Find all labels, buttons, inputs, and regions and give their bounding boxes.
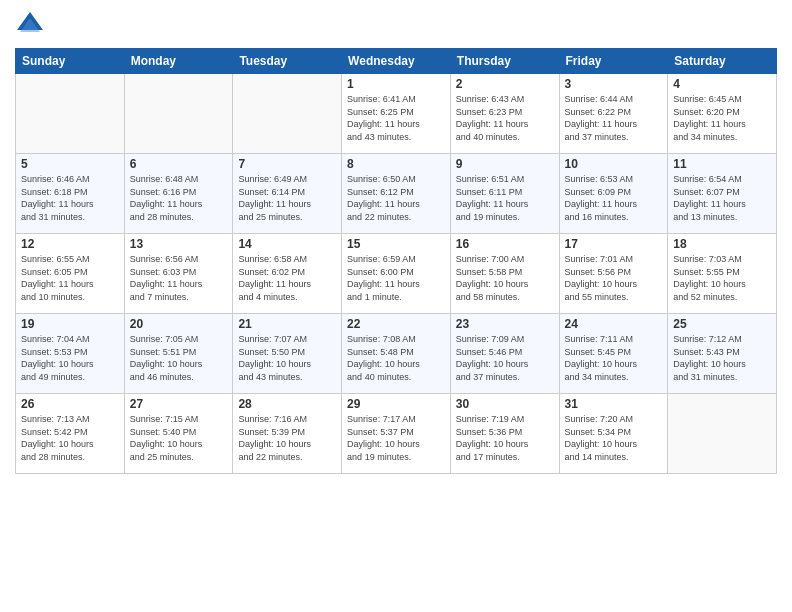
calendar-week-3: 12Sunrise: 6:55 AM Sunset: 6:05 PM Dayli…: [16, 234, 777, 314]
day-info: Sunrise: 6:43 AM Sunset: 6:23 PM Dayligh…: [456, 93, 554, 143]
day-number: 31: [565, 397, 663, 411]
day-number: 11: [673, 157, 771, 171]
day-number: 16: [456, 237, 554, 251]
day-number: 9: [456, 157, 554, 171]
day-number: 20: [130, 317, 228, 331]
logo: [15, 10, 49, 40]
day-info: Sunrise: 7:00 AM Sunset: 5:58 PM Dayligh…: [456, 253, 554, 303]
calendar-cell: 21Sunrise: 7:07 AM Sunset: 5:50 PM Dayli…: [233, 314, 342, 394]
day-header-tuesday: Tuesday: [233, 49, 342, 74]
calendar-cell: 16Sunrise: 7:00 AM Sunset: 5:58 PM Dayli…: [450, 234, 559, 314]
calendar-cell: [124, 74, 233, 154]
calendar-cell: 24Sunrise: 7:11 AM Sunset: 5:45 PM Dayli…: [559, 314, 668, 394]
logo-icon: [15, 10, 45, 40]
day-header-sunday: Sunday: [16, 49, 125, 74]
day-number: 7: [238, 157, 336, 171]
day-info: Sunrise: 6:44 AM Sunset: 6:22 PM Dayligh…: [565, 93, 663, 143]
day-number: 25: [673, 317, 771, 331]
calendar-cell: 25Sunrise: 7:12 AM Sunset: 5:43 PM Dayli…: [668, 314, 777, 394]
calendar-cell: 19Sunrise: 7:04 AM Sunset: 5:53 PM Dayli…: [16, 314, 125, 394]
day-info: Sunrise: 6:51 AM Sunset: 6:11 PM Dayligh…: [456, 173, 554, 223]
calendar-cell: 27Sunrise: 7:15 AM Sunset: 5:40 PM Dayli…: [124, 394, 233, 474]
day-number: 13: [130, 237, 228, 251]
day-info: Sunrise: 6:58 AM Sunset: 6:02 PM Dayligh…: [238, 253, 336, 303]
calendar-header-row: SundayMondayTuesdayWednesdayThursdayFrid…: [16, 49, 777, 74]
day-info: Sunrise: 6:41 AM Sunset: 6:25 PM Dayligh…: [347, 93, 445, 143]
calendar-cell: 5Sunrise: 6:46 AM Sunset: 6:18 PM Daylig…: [16, 154, 125, 234]
day-info: Sunrise: 7:13 AM Sunset: 5:42 PM Dayligh…: [21, 413, 119, 463]
calendar-cell: [668, 394, 777, 474]
day-info: Sunrise: 6:50 AM Sunset: 6:12 PM Dayligh…: [347, 173, 445, 223]
day-info: Sunrise: 7:11 AM Sunset: 5:45 PM Dayligh…: [565, 333, 663, 383]
calendar-cell: 28Sunrise: 7:16 AM Sunset: 5:39 PM Dayli…: [233, 394, 342, 474]
day-number: 3: [565, 77, 663, 91]
calendar-cell: 15Sunrise: 6:59 AM Sunset: 6:00 PM Dayli…: [342, 234, 451, 314]
day-number: 6: [130, 157, 228, 171]
day-number: 14: [238, 237, 336, 251]
calendar-cell: 11Sunrise: 6:54 AM Sunset: 6:07 PM Dayli…: [668, 154, 777, 234]
calendar-cell: [16, 74, 125, 154]
day-number: 10: [565, 157, 663, 171]
day-info: Sunrise: 6:53 AM Sunset: 6:09 PM Dayligh…: [565, 173, 663, 223]
day-info: Sunrise: 6:46 AM Sunset: 6:18 PM Dayligh…: [21, 173, 119, 223]
calendar-cell: 9Sunrise: 6:51 AM Sunset: 6:11 PM Daylig…: [450, 154, 559, 234]
day-number: 17: [565, 237, 663, 251]
day-info: Sunrise: 7:07 AM Sunset: 5:50 PM Dayligh…: [238, 333, 336, 383]
calendar-cell: 4Sunrise: 6:45 AM Sunset: 6:20 PM Daylig…: [668, 74, 777, 154]
day-info: Sunrise: 6:49 AM Sunset: 6:14 PM Dayligh…: [238, 173, 336, 223]
header: [15, 10, 777, 40]
calendar-cell: 18Sunrise: 7:03 AM Sunset: 5:55 PM Dayli…: [668, 234, 777, 314]
calendar-cell: 12Sunrise: 6:55 AM Sunset: 6:05 PM Dayli…: [16, 234, 125, 314]
calendar-cell: [233, 74, 342, 154]
calendar-cell: 22Sunrise: 7:08 AM Sunset: 5:48 PM Dayli…: [342, 314, 451, 394]
day-info: Sunrise: 6:45 AM Sunset: 6:20 PM Dayligh…: [673, 93, 771, 143]
day-info: Sunrise: 7:05 AM Sunset: 5:51 PM Dayligh…: [130, 333, 228, 383]
day-info: Sunrise: 7:16 AM Sunset: 5:39 PM Dayligh…: [238, 413, 336, 463]
page: SundayMondayTuesdayWednesdayThursdayFrid…: [0, 0, 792, 612]
day-info: Sunrise: 7:09 AM Sunset: 5:46 PM Dayligh…: [456, 333, 554, 383]
day-info: Sunrise: 6:54 AM Sunset: 6:07 PM Dayligh…: [673, 173, 771, 223]
calendar-cell: 29Sunrise: 7:17 AM Sunset: 5:37 PM Dayli…: [342, 394, 451, 474]
day-number: 8: [347, 157, 445, 171]
calendar-cell: 3Sunrise: 6:44 AM Sunset: 6:22 PM Daylig…: [559, 74, 668, 154]
day-number: 28: [238, 397, 336, 411]
day-info: Sunrise: 6:48 AM Sunset: 6:16 PM Dayligh…: [130, 173, 228, 223]
calendar-cell: 13Sunrise: 6:56 AM Sunset: 6:03 PM Dayli…: [124, 234, 233, 314]
day-info: Sunrise: 7:04 AM Sunset: 5:53 PM Dayligh…: [21, 333, 119, 383]
day-number: 23: [456, 317, 554, 331]
day-info: Sunrise: 6:56 AM Sunset: 6:03 PM Dayligh…: [130, 253, 228, 303]
day-info: Sunrise: 6:59 AM Sunset: 6:00 PM Dayligh…: [347, 253, 445, 303]
day-number: 15: [347, 237, 445, 251]
day-number: 22: [347, 317, 445, 331]
calendar-cell: 30Sunrise: 7:19 AM Sunset: 5:36 PM Dayli…: [450, 394, 559, 474]
calendar-cell: 1Sunrise: 6:41 AM Sunset: 6:25 PM Daylig…: [342, 74, 451, 154]
day-info: Sunrise: 7:15 AM Sunset: 5:40 PM Dayligh…: [130, 413, 228, 463]
day-info: Sunrise: 7:17 AM Sunset: 5:37 PM Dayligh…: [347, 413, 445, 463]
calendar-cell: 26Sunrise: 7:13 AM Sunset: 5:42 PM Dayli…: [16, 394, 125, 474]
day-number: 4: [673, 77, 771, 91]
day-info: Sunrise: 7:03 AM Sunset: 5:55 PM Dayligh…: [673, 253, 771, 303]
day-info: Sunrise: 7:08 AM Sunset: 5:48 PM Dayligh…: [347, 333, 445, 383]
day-number: 30: [456, 397, 554, 411]
day-info: Sunrise: 6:55 AM Sunset: 6:05 PM Dayligh…: [21, 253, 119, 303]
day-header-friday: Friday: [559, 49, 668, 74]
day-number: 18: [673, 237, 771, 251]
calendar-cell: 6Sunrise: 6:48 AM Sunset: 6:16 PM Daylig…: [124, 154, 233, 234]
day-number: 29: [347, 397, 445, 411]
day-info: Sunrise: 7:01 AM Sunset: 5:56 PM Dayligh…: [565, 253, 663, 303]
calendar-cell: 20Sunrise: 7:05 AM Sunset: 5:51 PM Dayli…: [124, 314, 233, 394]
day-number: 26: [21, 397, 119, 411]
day-info: Sunrise: 7:19 AM Sunset: 5:36 PM Dayligh…: [456, 413, 554, 463]
calendar-cell: 8Sunrise: 6:50 AM Sunset: 6:12 PM Daylig…: [342, 154, 451, 234]
calendar-cell: 23Sunrise: 7:09 AM Sunset: 5:46 PM Dayli…: [450, 314, 559, 394]
day-number: 21: [238, 317, 336, 331]
calendar-week-5: 26Sunrise: 7:13 AM Sunset: 5:42 PM Dayli…: [16, 394, 777, 474]
day-number: 5: [21, 157, 119, 171]
calendar-week-4: 19Sunrise: 7:04 AM Sunset: 5:53 PM Dayli…: [16, 314, 777, 394]
calendar-cell: 10Sunrise: 6:53 AM Sunset: 6:09 PM Dayli…: [559, 154, 668, 234]
day-header-monday: Monday: [124, 49, 233, 74]
day-number: 12: [21, 237, 119, 251]
day-number: 2: [456, 77, 554, 91]
calendar-cell: 14Sunrise: 6:58 AM Sunset: 6:02 PM Dayli…: [233, 234, 342, 314]
day-number: 19: [21, 317, 119, 331]
